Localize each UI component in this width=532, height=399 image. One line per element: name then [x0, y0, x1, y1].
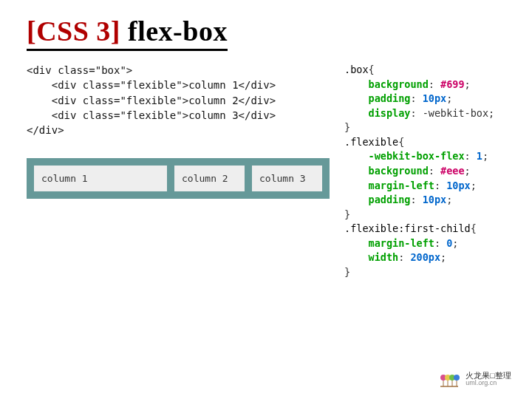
- demo-column-3: column 3: [252, 166, 322, 191]
- css-code-block: .box{ background: #699; padding: 10px; d…: [344, 63, 505, 279]
- demo-column-2: column 2: [174, 166, 245, 191]
- html-code-block: <div class="box"> <div class="flexible">…: [27, 63, 330, 137]
- slide-title: [CSS 3] flex-box: [27, 15, 228, 51]
- footer-line2: uml.org.cn: [466, 380, 511, 387]
- slide: [CSS 3] flex-box <div class="box"> <div …: [0, 0, 532, 399]
- demo-column-1: column 1: [34, 166, 167, 191]
- title-prefix: [CSS 3]: [27, 16, 120, 47]
- footer-logo: 火龙果□整理 uml.org.cn: [437, 369, 511, 389]
- left-column: <div class="box"> <div class="flexible">…: [27, 63, 330, 279]
- title-topic: flex-box: [120, 16, 228, 47]
- flexbox-demo: column 1 column 2 column 3: [27, 158, 330, 199]
- svg-point-8: [454, 375, 460, 381]
- pitaya-icon: [437, 369, 461, 389]
- right-column: .box{ background: #699; padding: 10px; d…: [344, 63, 505, 279]
- footer-text: 火龙果□整理 uml.org.cn: [466, 371, 511, 387]
- content-row: <div class="box"> <div class="flexible">…: [27, 63, 505, 279]
